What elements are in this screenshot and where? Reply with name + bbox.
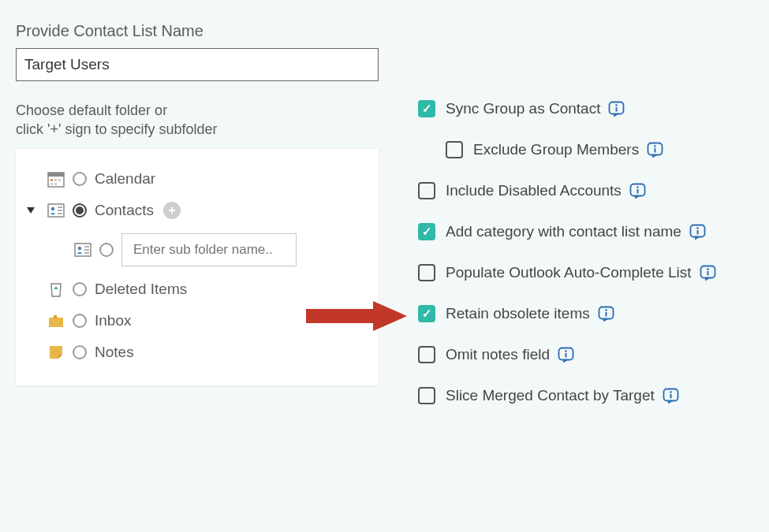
svg-rect-24 — [616, 107, 618, 112]
option-row-exclude-members: Exclude Group Members — [446, 141, 716, 158]
info-icon[interactable] — [558, 347, 574, 363]
notes-icon — [47, 344, 65, 361]
svg-rect-30 — [636, 189, 638, 194]
contact-list-name-title: Provide Contact List Name — [16, 22, 753, 40]
svg-point-23 — [616, 104, 618, 106]
radio-dot-icon — [76, 206, 84, 214]
folder-tree-panel: Calendar Contacts + — [16, 149, 379, 385]
option-label-omit-notes: Omit notes field — [446, 346, 550, 363]
svg-rect-27 — [655, 148, 656, 153]
folder-radio-subfolder[interactable] — [99, 243, 114, 257]
folder-row-notes[interactable]: Notes — [25, 337, 369, 368]
info-icon[interactable] — [647, 142, 663, 158]
svg-point-26 — [654, 145, 656, 147]
option-row-sync-group: ✓ Sync Group as Contact — [418, 100, 716, 117]
option-label-slice-merged: Slice Merged Contact by Target — [446, 387, 655, 404]
inbox-icon — [47, 312, 65, 329]
folder-label-contacts: Contacts — [95, 202, 154, 219]
folder-radio-calendar[interactable] — [73, 172, 87, 186]
folder-radio-notes[interactable] — [73, 345, 87, 359]
option-label-populate-autocomplete: Populate Outlook Auto-Complete List — [446, 264, 692, 281]
checkbox-slice-merged[interactable] — [418, 387, 435, 404]
svg-rect-1 — [48, 173, 64, 177]
folder-label-deleted: Deleted Items — [95, 281, 187, 298]
svg-rect-18 — [49, 318, 63, 327]
option-label-sync-group: Sync Group as Contact — [446, 100, 600, 117]
expand-toggle-icon[interactable] — [27, 207, 35, 214]
checkbox-sync-group[interactable]: ✓ — [418, 100, 435, 117]
svg-marker-20 — [50, 346, 62, 359]
add-subfolder-button[interactable]: + — [163, 202, 181, 219]
svg-rect-6 — [54, 183, 57, 185]
folder-radio-contacts[interactable] — [73, 203, 87, 218]
option-row-omit-notes: Omit notes field — [418, 346, 716, 363]
folder-label-inbox: Inbox — [95, 312, 131, 329]
svg-rect-39 — [605, 312, 607, 317]
subfolder-name-input[interactable] — [121, 233, 297, 266]
svg-marker-46 — [306, 301, 407, 331]
svg-rect-36 — [707, 271, 708, 276]
contact-list-name-input[interactable] — [16, 48, 379, 81]
info-icon[interactable] — [598, 306, 614, 322]
check-icon: ✓ — [422, 102, 432, 116]
check-icon: ✓ — [422, 307, 432, 321]
contacts-icon — [74, 241, 91, 259]
option-row-populate-autocomplete: Populate Outlook Auto-Complete List — [418, 264, 716, 281]
svg-rect-4 — [58, 179, 61, 181]
contacts-icon — [47, 202, 65, 219]
option-label-exclude-members: Exclude Group Members — [473, 141, 639, 158]
arrow-annotation-icon — [306, 299, 409, 336]
svg-marker-17 — [54, 286, 58, 289]
svg-rect-2 — [50, 179, 53, 181]
svg-rect-42 — [566, 353, 567, 358]
info-icon[interactable] — [700, 265, 716, 281]
folder-row-calendar[interactable]: Calendar — [25, 163, 369, 195]
svg-point-13 — [78, 246, 81, 249]
svg-marker-21 — [58, 355, 62, 359]
info-icon[interactable] — [608, 101, 625, 117]
calendar-icon — [47, 170, 65, 188]
sync-options-panel: ✓ Sync Group as Contact Exclude Group Me… — [418, 100, 716, 428]
svg-point-32 — [696, 227, 699, 229]
checkbox-exclude-members[interactable] — [446, 141, 463, 158]
checkbox-include-disabled[interactable] — [418, 182, 435, 199]
plus-icon: + — [168, 204, 175, 217]
svg-point-38 — [605, 309, 607, 311]
folder-instruction-line2: click '+' sign to specify subfolder — [16, 121, 218, 137]
check-icon: ✓ — [422, 225, 432, 239]
folder-row-subfolder — [25, 226, 369, 273]
svg-rect-5 — [50, 183, 53, 185]
svg-point-29 — [636, 186, 639, 188]
info-icon[interactable] — [663, 388, 679, 404]
checkbox-retain-obsolete[interactable]: ✓ — [418, 305, 435, 322]
info-icon[interactable] — [689, 224, 706, 240]
option-row-include-disabled: Include Disabled Accounts — [418, 182, 716, 199]
svg-rect-45 — [670, 394, 671, 399]
option-label-add-category: Add category with contact list name — [446, 223, 681, 240]
svg-point-41 — [565, 350, 567, 352]
svg-point-44 — [670, 391, 672, 393]
option-row-slice-merged: Slice Merged Contact by Target — [418, 387, 716, 404]
option-row-retain-obsolete: ✓ Retain obsolete items — [418, 305, 716, 322]
svg-point-35 — [707, 268, 709, 270]
folder-label-calendar: Calendar — [95, 170, 155, 188]
svg-rect-33 — [696, 230, 698, 235]
folder-label-notes: Notes — [95, 344, 134, 361]
option-row-add-category: ✓ Add category with contact list name — [418, 223, 716, 240]
svg-rect-3 — [54, 179, 57, 181]
checkbox-omit-notes[interactable] — [418, 346, 435, 363]
checkbox-populate-autocomplete[interactable] — [418, 264, 435, 281]
folder-radio-deleted[interactable] — [73, 282, 87, 296]
info-icon[interactable] — [629, 183, 646, 199]
folder-radio-inbox[interactable] — [73, 314, 87, 328]
option-label-retain-obsolete: Retain obsolete items — [446, 305, 590, 322]
trash-icon — [47, 281, 65, 298]
checkbox-add-category[interactable]: ✓ — [418, 223, 435, 240]
option-label-include-disabled: Include Disabled Accounts — [446, 182, 622, 199]
folder-instruction-line1: Choose default folder or — [16, 102, 167, 118]
folder-row-contacts[interactable]: Contacts + — [25, 195, 369, 226]
svg-point-8 — [51, 206, 54, 210]
